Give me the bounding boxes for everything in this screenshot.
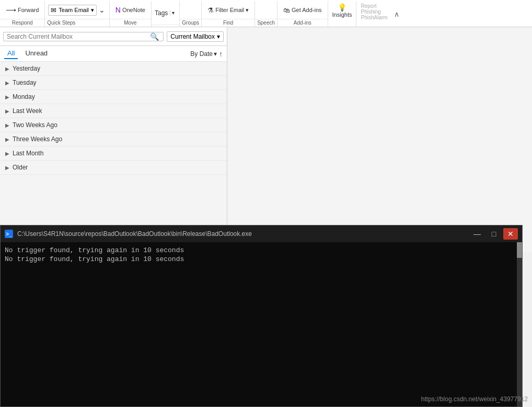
tabs-left: All Unread xyxy=(4,48,51,59)
groups-group-label: Groups xyxy=(180,19,201,27)
email-list-panel: 🔍 Current Mailbox ▾ All Unread By Date ▾… xyxy=(0,27,227,252)
quicksteps-dropdown-arrow: ▾ xyxy=(91,7,94,14)
email-group-monday[interactable]: ▶ Monday xyxy=(0,90,227,104)
addins-icon: 🛍 xyxy=(283,6,290,14)
quicksteps-overflow[interactable]: ⌄ xyxy=(98,6,106,14)
chevron-right-icon: ▶ xyxy=(5,80,9,86)
forward-icon: ⟶ xyxy=(6,6,16,14)
cmd-title-text: C:\Users\S4R1N\source\repos\BadOutlook\B… xyxy=(17,230,252,238)
tags-label: Tags xyxy=(155,9,168,17)
filter-tabs: All Unread By Date ▾ ↑ xyxy=(0,46,227,62)
chevron-right-icon: ▶ xyxy=(5,122,9,128)
cmd-icon: >_ xyxy=(5,230,13,238)
collapse-icon: ∧ xyxy=(394,10,399,18)
tab-all[interactable]: All xyxy=(4,48,18,59)
mailbox-dropdown-arrow: ▾ xyxy=(217,33,220,40)
email-group-two-weeks[interactable]: ▶ Two Weeks Ago xyxy=(0,118,227,132)
chevron-right-icon: ▶ xyxy=(5,66,9,72)
insights-icon: 💡 xyxy=(338,3,346,12)
team-email-icon: ✉ xyxy=(51,6,56,14)
ribbon-respond-group: ⟶ Forward Respond xyxy=(0,1,45,27)
email-group-three-weeks[interactable]: ▶ Three Weeks Ago xyxy=(0,132,227,146)
phishalarm-group: Report Phishing PhishAlarm xyxy=(356,1,391,27)
tab-unread[interactable]: Unread xyxy=(22,48,51,59)
find-group-label: Find xyxy=(202,19,255,27)
onenote-button[interactable]: N OneNote xyxy=(113,5,148,15)
cmd-body: No trigger found, trying again in 10 sec… xyxy=(1,242,517,406)
sort-direction-button[interactable]: ↑ xyxy=(219,50,223,58)
ribbon-addins-group: 🛍 Get Add-ins Add-ins xyxy=(277,1,328,27)
search-icon[interactable]: 🔍 xyxy=(149,32,160,41)
addins-group-label: Add-ins xyxy=(277,19,327,27)
chevron-right-icon: ▶ xyxy=(5,94,9,100)
cmd-line-2: No trigger found, trying again in 10 sec… xyxy=(5,255,513,263)
sort-by-date-button[interactable]: By Date ▾ xyxy=(190,50,217,58)
cmd-controls: — □ ✕ xyxy=(470,228,518,240)
chevron-right-icon: ▶ xyxy=(5,108,9,114)
ribbon-quicksteps-group: ✉ Team Email ▾ ⌄ Quick Steps xyxy=(45,1,109,27)
email-list: ▶ Yesterday ▶ Tuesday ▶ Monday ▶ Last We… xyxy=(0,62,227,252)
email-group-older[interactable]: ▶ Older xyxy=(0,161,227,175)
cmd-title-left: >_ C:\Users\S4R1N\source\repos\BadOutloo… xyxy=(5,230,252,238)
cmd-maximize-button[interactable]: □ xyxy=(487,228,501,240)
email-group-last-month[interactable]: ▶ Last Month xyxy=(0,146,227,161)
search-input[interactable] xyxy=(7,33,149,40)
search-input-wrapper[interactable]: 🔍 xyxy=(3,32,164,41)
tags-group-bottom xyxy=(152,25,179,27)
email-group-yesterday[interactable]: ▶ Yesterday xyxy=(0,62,227,76)
move-group-label: Move xyxy=(110,19,151,27)
cmd-close-button[interactable]: ✕ xyxy=(503,228,518,240)
reading-pane xyxy=(227,27,532,252)
chevron-right-icon: ▶ xyxy=(5,137,9,142)
ribbon-find-group: ⚗ Filter Email ▾ Find xyxy=(202,1,255,27)
onenote-icon: N xyxy=(115,6,121,14)
forward-button[interactable]: ⟶ Forward xyxy=(3,5,41,15)
sort-dropdown-arrow: ▾ xyxy=(214,50,217,58)
team-email-dropdown[interactable]: ✉ Team Email ▾ xyxy=(48,5,96,16)
ribbon-speech-group: Speech xyxy=(255,1,277,27)
cmd-window: >_ C:\Users\S4R1N\source\repos\BadOutloo… xyxy=(0,225,523,407)
mailbox-dropdown[interactable]: Current Mailbox ▾ xyxy=(167,31,224,42)
filter-icon: ⚗ xyxy=(207,6,214,14)
filter-dropdown-arrow: ▾ xyxy=(246,7,249,14)
search-bar: 🔍 Current Mailbox ▾ xyxy=(0,27,227,46)
quicksteps-group-label: Quick Steps xyxy=(45,19,109,27)
ribbon-tags-group: Tags ▾ xyxy=(152,1,180,27)
ribbon-groups-group: Groups xyxy=(180,1,202,27)
speech-group-label: Speech xyxy=(255,19,277,27)
insights-button[interactable]: 💡 Insights xyxy=(328,1,356,27)
chevron-right-icon: ▶ xyxy=(5,151,9,156)
tabs-right: By Date ▾ ↑ xyxy=(190,50,223,58)
cmd-minimize-button[interactable]: — xyxy=(470,228,484,240)
cmd-titlebar: >_ C:\Users\S4R1N\source\repos\BadOutloo… xyxy=(1,225,522,242)
ribbon: ⟶ Forward Respond ✉ Team Email ▾ ⌄ Quick… xyxy=(0,0,532,27)
get-addins-button[interactable]: 🛍 Get Add-ins xyxy=(281,5,324,15)
chevron-right-icon: ▶ xyxy=(5,165,9,171)
email-group-tuesday[interactable]: ▶ Tuesday xyxy=(0,76,227,90)
ribbon-move-group: N OneNote Move xyxy=(110,1,152,27)
collapse-ribbon-button[interactable]: ∧ xyxy=(392,1,401,27)
cmd-scrollbar[interactable] xyxy=(517,242,522,406)
cmd-scrollbar-thumb[interactable] xyxy=(517,242,522,258)
tags-dropdown-arrow[interactable]: ▾ xyxy=(170,10,176,16)
email-group-last-week[interactable]: ▶ Last Week xyxy=(0,104,227,118)
watermark: https://blog.csdn.net/weixin_43977912 xyxy=(421,395,528,403)
filter-email-button[interactable]: ⚗ Filter Email ▾ xyxy=(205,5,251,15)
respond-group-label: Respond xyxy=(0,19,44,27)
cmd-line-1: No trigger found, trying again in 10 sec… xyxy=(5,246,513,254)
main-content: 🔍 Current Mailbox ▾ All Unread By Date ▾… xyxy=(0,27,532,252)
